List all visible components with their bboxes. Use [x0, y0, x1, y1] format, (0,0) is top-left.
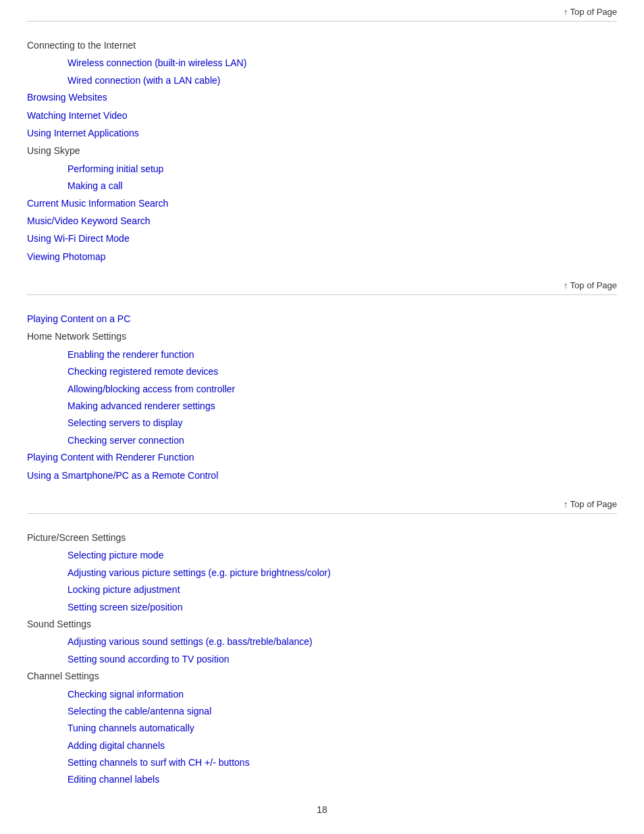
item-connecting-internet: Connecting to the Internet [27, 38, 617, 53]
section-divider-3 [27, 513, 617, 514]
item-adding-digital-channels[interactable]: Adding digital channels [27, 738, 617, 753]
item-setting-channels-surf[interactable]: Setting channels to surf with CH +/- but… [27, 755, 617, 770]
item-wired-connection[interactable]: Wired connection (with a LAN cable) [27, 73, 617, 88]
top-of-page-1[interactable]: ↑ Top of Page [27, 0, 617, 21]
item-viewing-photomap[interactable]: Viewing Photomap [27, 249, 617, 264]
item-sound-settings: Sound Settings [27, 617, 617, 631]
item-browsing-websites[interactable]: Browsing Websites [27, 90, 617, 105]
item-selecting-servers[interactable]: Selecting servers to display [27, 415, 617, 430]
top-of-page-3[interactable]: ↑ Top of Page [27, 492, 617, 513]
item-current-music-info[interactable]: Current Music Information Search [27, 196, 617, 211]
item-wireless-connection[interactable]: Wireless connection (built-in wireless L… [27, 55, 617, 70]
item-adjusting-picture-settings[interactable]: Adjusting various picture settings (e.g.… [27, 565, 617, 580]
item-checking-server-connection[interactable]: Checking server connection [27, 433, 617, 448]
item-playing-content-pc[interactable]: Playing Content on a PC [27, 311, 617, 326]
item-picture-screen-settings: Picture/Screen Settings [27, 530, 617, 545]
item-adjusting-sound-settings[interactable]: Adjusting various sound settings (e.g. b… [27, 634, 617, 649]
item-tuning-channels-auto[interactable]: Tuning channels automatically [27, 721, 617, 735]
item-allowing-blocking-access[interactable]: Allowing/blocking access from controller [27, 382, 617, 396]
item-checking-registered-devices[interactable]: Checking registered remote devices [27, 364, 617, 379]
section-block-1: Connecting to the Internet Wireless conn… [27, 31, 617, 273]
section-divider-1 [27, 21, 617, 22]
item-music-video-keyword[interactable]: Music/Video Keyword Search [27, 213, 617, 228]
item-performing-initial-setup[interactable]: Performing initial setup [27, 161, 617, 176]
page-container: ↑ Top of Page Connecting to the Internet… [0, 0, 644, 834]
page-number: 18 [27, 796, 617, 823]
item-using-internet-applications[interactable]: Using Internet Applications [27, 126, 617, 140]
top-of-page-link-1[interactable]: ↑ Top of Page [564, 7, 617, 17]
top-of-page-link-2[interactable]: ↑ Top of Page [564, 280, 617, 290]
item-advanced-renderer-settings[interactable]: Making advanced renderer settings [27, 398, 617, 413]
item-locking-picture-adjustment[interactable]: Locking picture adjustment [27, 582, 617, 597]
item-selecting-cable-antenna[interactable]: Selecting the cable/antenna signal [27, 704, 617, 719]
item-smartphone-remote[interactable]: Using a Smartphone/PC as a Remote Contro… [27, 468, 617, 483]
top-of-page-2[interactable]: ↑ Top of Page [27, 273, 617, 294]
item-editing-channel-labels[interactable]: Editing channel labels [27, 772, 617, 787]
item-playing-content-renderer[interactable]: Playing Content with Renderer Function [27, 450, 617, 465]
section-block-2: Playing Content on a PC Home Network Set… [27, 305, 617, 492]
item-making-a-call[interactable]: Making a call [27, 178, 617, 193]
item-setting-screen-size[interactable]: Setting screen size/position [27, 600, 617, 615]
item-using-skype: Using Skype [27, 143, 617, 158]
item-setting-sound-tv-position[interactable]: Setting sound according to TV position [27, 652, 617, 667]
section-block-3: Picture/Screen Settings Selecting pictur… [27, 523, 617, 796]
item-watching-internet-video[interactable]: Watching Internet Video [27, 108, 617, 123]
item-channel-settings: Channel Settings [27, 669, 617, 683]
top-of-page-link-3[interactable]: ↑ Top of Page [564, 499, 617, 509]
item-checking-signal-info[interactable]: Checking signal information [27, 687, 617, 702]
item-enabling-renderer[interactable]: Enabling the renderer function [27, 347, 617, 362]
section-divider-2 [27, 294, 617, 295]
item-home-network-settings: Home Network Settings [27, 329, 617, 344]
item-selecting-picture-mode[interactable]: Selecting picture mode [27, 548, 617, 563]
item-wifi-direct-mode[interactable]: Using Wi-Fi Direct Mode [27, 231, 617, 246]
